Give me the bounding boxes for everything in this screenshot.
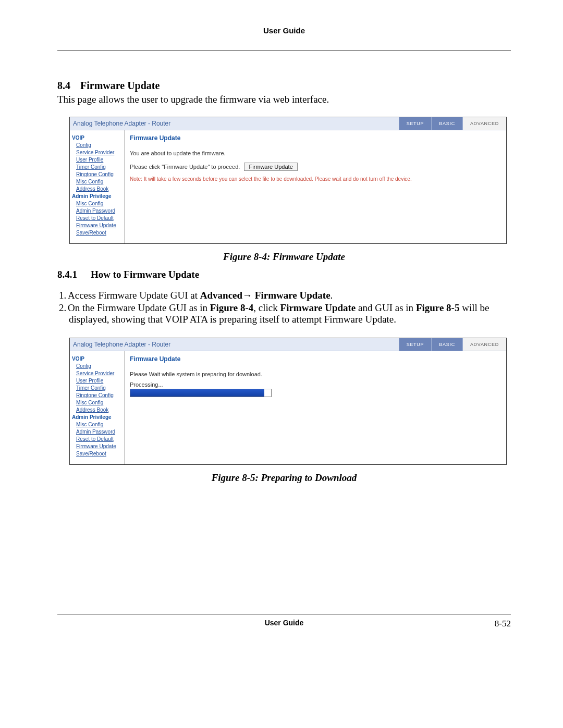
progress-fill	[130, 389, 264, 397]
gui-screenshot-2: Analog Telephone Adapter - Router SETUP …	[69, 338, 507, 465]
section-intro: This page allows the user to upgrade the…	[57, 94, 511, 105]
nav-address-book[interactable]: Address Book	[76, 407, 122, 413]
gui-window-title: Analog Telephone Adapter - Router	[73, 341, 170, 348]
gui-proceed-row: Please click "Firmware Update" to procee…	[130, 163, 501, 171]
subsection-heading: 8.4.1How to Firmware Update	[57, 269, 511, 280]
gui-processing-text: Processing...	[130, 381, 501, 388]
nav-firmware-update[interactable]: Firmware Update	[76, 443, 122, 449]
progress-bar	[130, 389, 272, 397]
nav-firmware-update[interactable]: Firmware Update	[76, 223, 122, 228]
nav-header-admin: Admin Privilege	[72, 193, 122, 199]
gui-screenshot-1: Analog Telephone Adapter - Router SETUP …	[69, 117, 507, 244]
nav-config[interactable]: Config	[76, 363, 122, 369]
nav-save-reboot[interactable]: Save/Reboot	[76, 230, 122, 236]
nav-ringtone-config[interactable]: Ringtone Config	[76, 171, 122, 177]
step2-b: , click	[253, 302, 280, 313]
step2-fig-a: Figure 8-4	[210, 302, 254, 313]
step2-btn: Firmware Update	[280, 302, 356, 313]
step2-fig-b: Figure 8-5	[416, 302, 460, 313]
firmware-update-button[interactable]: Firmware Update	[244, 163, 297, 171]
step1-bold: Advanced→ Firmware Update	[200, 290, 331, 301]
nav-user-profile[interactable]: User Profile	[76, 378, 122, 384]
subsection-number: 8.4.1	[57, 269, 91, 280]
gui-about-text: You are about to update the firmware.	[130, 150, 501, 156]
tab-advanced[interactable]: ADVANCED	[462, 338, 506, 351]
steps-list: Access Firmware Update GUI at Advanced→ …	[57, 290, 511, 325]
gui-sidebar: VOIP Config Service Provider User Profil…	[70, 130, 125, 243]
nav-misc-config[interactable]: Misc Config	[76, 400, 122, 405]
nav-reset-default[interactable]: Reset to Default	[76, 436, 122, 442]
subsection-title: How to Firmware Update	[91, 269, 199, 280]
figure-caption-1: Figure 8-4: Firmware Update	[57, 251, 511, 263]
footer-page-number: 8-52	[495, 619, 511, 629]
nav-header-voip: VOIP	[72, 356, 122, 362]
gui-proceed-text: Please click "Firmware Update" to procee…	[130, 164, 240, 170]
gui-wait-text: Please Wait while system is preparing fo…	[130, 371, 501, 377]
tab-setup[interactable]: SETUP	[399, 338, 432, 351]
gui-window-title: Analog Telephone Adapter - Router	[73, 120, 170, 127]
step1-pre: Access Firmware Update GUI at	[68, 290, 200, 301]
tab-basic[interactable]: BASIC	[431, 117, 462, 130]
nav-address-book[interactable]: Address Book	[76, 186, 122, 192]
tab-setup[interactable]: SETUP	[399, 117, 432, 130]
nav-save-reboot[interactable]: Save/Reboot	[76, 451, 122, 456]
footer-title: User Guide	[265, 619, 304, 627]
nav-config[interactable]: Config	[76, 142, 122, 148]
nav-misc-config-2[interactable]: Misc Config	[76, 422, 122, 427]
gui-titlebar: Analog Telephone Adapter - Router SETUP …	[70, 338, 506, 351]
page-footer: User Guide 8-52	[57, 614, 511, 627]
step1-post: .	[331, 290, 333, 301]
page-header: User Guide	[57, 26, 511, 51]
step-2: On the Firmware Update GUI as in Figure …	[69, 302, 511, 325]
gui-tabbar: SETUP BASIC ADVANCED	[399, 338, 506, 351]
nav-header-voip: VOIP	[72, 135, 122, 141]
gui-sidebar: VOIP Config Service Provider User Profil…	[70, 351, 125, 464]
gui-tabbar: SETUP BASIC ADVANCED	[399, 117, 506, 130]
section-heading: 8.4Firmware Update	[57, 80, 511, 92]
nav-misc-config[interactable]: Misc Config	[76, 179, 122, 184]
nav-misc-config-2[interactable]: Misc Config	[76, 201, 122, 206]
nav-user-profile[interactable]: User Profile	[76, 157, 122, 163]
nav-reset-default[interactable]: Reset to Default	[76, 215, 122, 221]
tab-basic[interactable]: BASIC	[431, 338, 462, 351]
gui-titlebar: Analog Telephone Adapter - Router SETUP …	[70, 117, 506, 130]
nav-header-admin: Admin Privilege	[72, 414, 122, 420]
gui-content-title: Firmware Update	[130, 134, 501, 142]
gui-content: Firmware Update Please Wait while system…	[125, 351, 506, 464]
nav-service-provider[interactable]: Service Provider	[76, 371, 122, 376]
step2-a: On the Firmware Update GUI as in	[68, 302, 210, 313]
step-1: Access Firmware Update GUI at Advanced→ …	[69, 290, 511, 301]
section-number: 8.4	[57, 80, 80, 92]
section-title: Firmware Update	[80, 80, 160, 91]
figure-caption-2: Figure 8-5: Preparing to Download	[57, 472, 511, 484]
nav-admin-password[interactable]: Admin Password	[76, 208, 122, 214]
nav-timer-config[interactable]: Timer Config	[76, 385, 122, 391]
nav-service-provider[interactable]: Service Provider	[76, 150, 122, 155]
step2-c: and GUI as in	[356, 302, 416, 313]
nav-admin-password[interactable]: Admin Password	[76, 429, 122, 435]
tab-advanced[interactable]: ADVANCED	[462, 117, 506, 130]
gui-content-title: Firmware Update	[130, 355, 501, 363]
gui-note-text: Note: It will take a few seconds before …	[130, 176, 501, 182]
gui-content: Firmware Update You are about to update …	[125, 130, 506, 243]
nav-ringtone-config[interactable]: Ringtone Config	[76, 392, 122, 398]
nav-timer-config[interactable]: Timer Config	[76, 164, 122, 170]
